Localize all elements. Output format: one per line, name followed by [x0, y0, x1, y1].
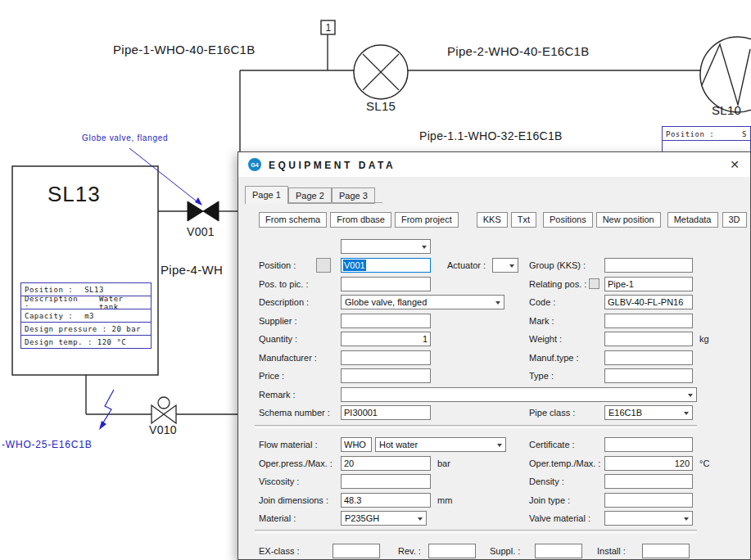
viscosity-input[interactable] — [341, 474, 431, 489]
group-kks-label: Group (KKS) : — [529, 258, 586, 273]
app-logo-icon: G4 — [248, 158, 261, 171]
viscosity-label: Viscosity : — [259, 474, 299, 489]
actuator-combobox[interactable] — [492, 258, 518, 273]
valve-material-combobox[interactable] — [604, 511, 693, 526]
oper-temp-input[interactable] — [604, 456, 693, 471]
header-combobox[interactable] — [341, 239, 431, 254]
rev-input[interactable] — [428, 544, 476, 558]
pipe11-label: Pipe-1.1-WHO-32-E16C1B — [419, 129, 563, 142]
chevron-down-icon — [497, 444, 502, 449]
install-label: Install : — [597, 544, 626, 558]
remark-combobox[interactable] — [341, 387, 697, 402]
pipe-class-combobox[interactable]: E16C1B — [604, 405, 693, 420]
supplier-input[interactable] — [341, 314, 431, 328]
oper-temp-unit: °C — [699, 456, 709, 471]
code-input[interactable] — [604, 295, 693, 309]
kks-button[interactable]: KKS — [477, 212, 508, 228]
heat-exchanger-symbol-sl10[interactable] — [700, 37, 751, 112]
manufacturer-input[interactable] — [341, 350, 431, 365]
right-info-value: S — [742, 130, 747, 138]
new-position-button[interactable]: New position — [596, 212, 661, 228]
valve-material-label: Valve material : — [529, 511, 590, 526]
pipe-continuation-flag — [99, 390, 114, 430]
quantity-input[interactable] — [341, 332, 431, 346]
price-input[interactable] — [341, 368, 431, 383]
close-icon[interactable]: ✕ — [730, 158, 740, 171]
join-dimensions-input[interactable] — [341, 493, 431, 508]
weight-input[interactable] — [604, 332, 693, 346]
from-project-button[interactable]: From project — [395, 212, 459, 228]
oper-press-input[interactable] — [341, 456, 431, 471]
manuf-type-label: Manuf.type : — [529, 350, 579, 365]
tank-info-label: Capacity : — [25, 312, 73, 320]
relating-pos-input[interactable] — [604, 277, 693, 291]
dialog-title: EQUIPMENT DATA — [269, 160, 396, 171]
group-kks-input[interactable] — [604, 258, 693, 273]
tab-page1[interactable]: Page 1 — [245, 186, 288, 204]
suppl-input[interactable] — [535, 544, 582, 558]
tank-info-label: Design temp. : 120 °C — [25, 338, 126, 346]
density-input[interactable] — [604, 474, 693, 489]
dialog-titlebar[interactable]: G4 EQUIPMENT DATA ✕ — [238, 152, 750, 177]
flow-material-label: Flow material : — [259, 437, 318, 452]
join-dimensions-unit: mm — [437, 493, 452, 508]
from-schema-button[interactable]: From schema — [259, 212, 327, 228]
code-label: Code : — [529, 295, 555, 309]
section-separator — [255, 425, 697, 428]
schema-number-input[interactable] — [341, 405, 431, 420]
material-combobox[interactable]: P235GH — [341, 511, 427, 526]
install-input[interactable] — [642, 544, 690, 558]
ex-class-input[interactable] — [333, 544, 380, 558]
flow-material-combobox[interactable]: Hot water — [375, 437, 506, 452]
flow-material-code-input[interactable] — [341, 437, 372, 452]
3d-button[interactable]: 3D — [722, 212, 747, 228]
join-type-input[interactable] — [604, 493, 693, 508]
description-combobox-value: Globe valve, flanged — [345, 296, 492, 309]
tank-info-label: Design pressure : 20 bar — [25, 325, 141, 333]
tank-info-row: Description : Water tank — [20, 296, 152, 309]
supplier-label: Supplier : — [259, 314, 296, 328]
type-input[interactable] — [604, 368, 693, 383]
oper-press-unit: bar — [437, 456, 450, 471]
tank-info-label: Position : — [25, 286, 73, 294]
equipment-data-dialog: G4 EQUIPMENT DATA ✕ Page 1 Page 2 Page 3… — [238, 151, 751, 560]
pipe2-label: Pipe-2-WHO-40-E16C1B — [447, 44, 590, 58]
pipe1-label: Pipe-1-WHO-40-E16C1B — [113, 43, 256, 56]
mark-input[interactable] — [604, 314, 693, 328]
oper-press-label: Oper.press./Max. : — [259, 456, 333, 471]
position-input[interactable]: V001 — [341, 258, 431, 273]
flow-material-combobox-value: Hot water — [379, 438, 494, 451]
position-picker-button[interactable] — [316, 258, 331, 273]
weight-unit: kg — [699, 332, 709, 346]
manuf-type-input[interactable] — [604, 350, 693, 365]
join-type-label: Join type : — [529, 493, 570, 508]
positions-button[interactable]: Positions — [543, 212, 593, 228]
relating-pos-label: Relating pos. : — [529, 277, 586, 291]
actuator-label: Actuator : — [447, 258, 486, 273]
pump-tag-label: SL15 — [366, 99, 396, 113]
description-combobox[interactable]: Globe valve, flanged — [341, 295, 504, 309]
tab-page3[interactable]: Page 3 — [332, 187, 375, 204]
pos-to-pic-input[interactable] — [341, 277, 431, 291]
oper-temp-label: Oper.temp./Max. : — [529, 456, 600, 471]
pipe25-label: -WHO-25-E16C1B — [2, 439, 93, 450]
tank-info-box[interactable]: Position : SL13 Description : Water tank… — [20, 282, 152, 349]
tank-info-value: SL13 — [84, 286, 104, 294]
suppl-label: Suppl. : — [490, 544, 520, 558]
globe-valve-v010-symbol[interactable] — [152, 397, 176, 423]
price-label: Price : — [259, 368, 284, 383]
tab-page2[interactable]: Page 2 — [288, 187, 332, 204]
pump-symbol-sl15[interactable] — [354, 45, 408, 99]
material-combobox-value: P235GH — [345, 512, 414, 525]
remark-label: Remark : — [259, 387, 296, 402]
txt-button[interactable]: Txt — [511, 212, 536, 228]
pos-to-pic-label: Pos. to pic. : — [259, 277, 309, 291]
globe-valve-v001-symbol[interactable] — [188, 201, 219, 221]
metadata-button[interactable]: Metadata — [667, 212, 718, 228]
relating-pos-picker-button[interactable] — [589, 278, 599, 289]
from-dbase-button[interactable]: From dbase — [330, 212, 391, 228]
certificate-input[interactable] — [604, 437, 693, 452]
chevron-down-icon — [688, 394, 693, 400]
quantity-label: Quantity : — [259, 332, 297, 346]
certificate-label: Certificate : — [529, 437, 575, 452]
